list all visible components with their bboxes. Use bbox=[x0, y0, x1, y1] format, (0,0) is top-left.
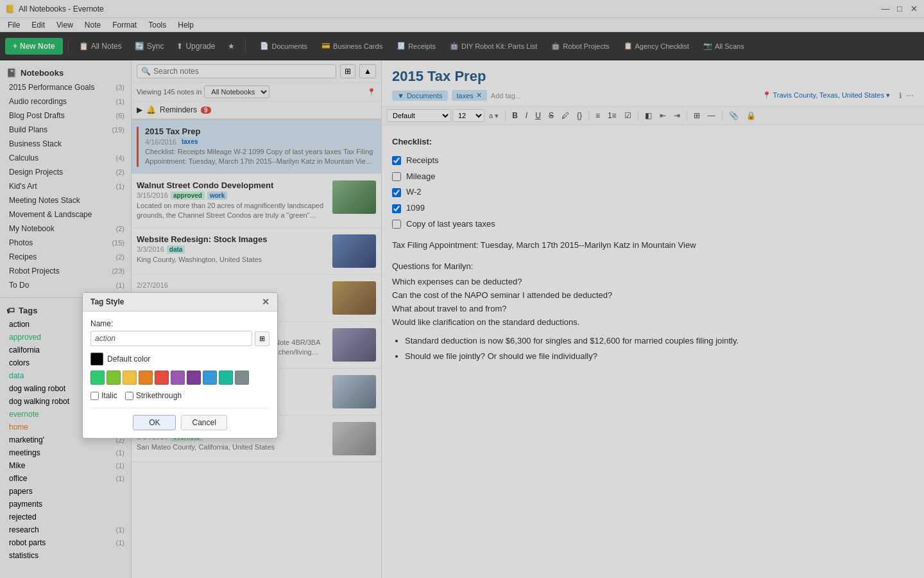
italic-checkbox[interactable] bbox=[90, 392, 99, 400]
default-color-swatch[interactable] bbox=[90, 353, 103, 365]
color-swatch-purple-light[interactable] bbox=[171, 371, 185, 385]
color-swatches bbox=[90, 371, 270, 385]
hash-button[interactable]: ⊞ bbox=[255, 331, 270, 346]
strikethrough-checkbox[interactable] bbox=[125, 392, 133, 400]
italic-label[interactable]: Italic bbox=[90, 391, 117, 400]
tag-name-input[interactable] bbox=[90, 331, 252, 346]
color-swatch-purple-dark[interactable] bbox=[187, 371, 201, 385]
dialog-buttons: OK Cancel bbox=[90, 408, 270, 430]
color-swatch-green[interactable] bbox=[90, 371, 105, 385]
color-swatch-red[interactable] bbox=[155, 371, 169, 385]
color-swatch-yellow[interactable] bbox=[123, 371, 137, 385]
name-row: ⊞ bbox=[90, 331, 270, 346]
color-swatch-teal[interactable] bbox=[219, 371, 233, 385]
dialog-ok-button[interactable]: OK bbox=[133, 415, 176, 430]
color-swatch-lime[interactable] bbox=[107, 371, 121, 385]
color-swatch-orange[interactable] bbox=[139, 371, 153, 385]
default-color-label[interactable]: Default color bbox=[107, 355, 150, 363]
dialog-title-bar: Tag Style ✕ bbox=[83, 293, 277, 311]
dialog-cancel-button[interactable]: Cancel bbox=[181, 415, 227, 430]
color-swatch-blue[interactable] bbox=[203, 371, 217, 385]
dialog-close-button[interactable]: ✕ bbox=[262, 297, 270, 307]
strikethrough-label[interactable]: Strikethrough bbox=[125, 391, 182, 400]
dialog-overlay: Tag Style ✕ Name: ⊞ Default color bbox=[0, 0, 924, 578]
color-swatch-gray[interactable] bbox=[235, 371, 249, 385]
default-color-row: Default color bbox=[90, 353, 270, 365]
dialog-title: Tag Style bbox=[90, 297, 124, 306]
tag-style-dialog: Tag Style ✕ Name: ⊞ Default color bbox=[82, 292, 278, 439]
style-row: Italic Strikethrough bbox=[90, 391, 270, 400]
dialog-body: Name: ⊞ Default color bbox=[83, 311, 277, 438]
name-label: Name: bbox=[90, 319, 270, 328]
